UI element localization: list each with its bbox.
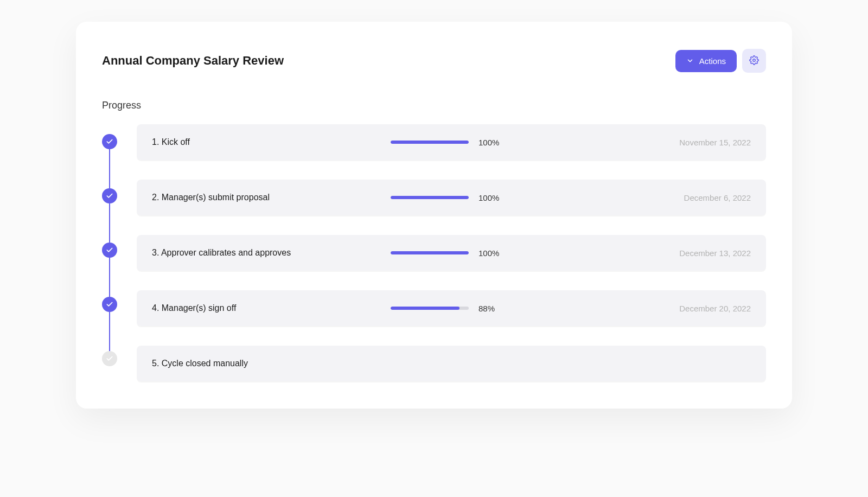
step-date: December 6, 2022: [684, 193, 751, 202]
timeline-dot: [102, 134, 117, 149]
header-actions: Actions: [675, 49, 766, 73]
progress-percent: 100%: [478, 193, 499, 202]
page-title: Annual Company Salary Review: [102, 54, 284, 68]
progress-fill: [391, 307, 459, 310]
timeline-connector: [109, 203, 110, 243]
step-label: 3. Approver calibrates and approves: [152, 248, 391, 258]
progress-percent: 100%: [478, 138, 499, 147]
check-icon: [106, 355, 113, 362]
progress-fill: [391, 141, 469, 144]
chevron-down-icon: [686, 57, 694, 65]
timeline-dot: [102, 297, 117, 312]
progress-section: 100%: [391, 138, 532, 147]
timeline-connector: [109, 258, 110, 297]
step-label: 4. Manager(s) sign off: [152, 303, 391, 313]
progress-list: 1. Kick off100%November 15, 20222. Manag…: [102, 124, 766, 381]
progress-section: 100%: [391, 193, 532, 202]
step-row[interactable]: 2. Manager(s) submit proposal100%Decembe…: [137, 180, 766, 215]
check-icon: [106, 301, 113, 308]
section-title: Progress: [102, 100, 766, 111]
check-icon: [106, 192, 113, 200]
gear-icon: [749, 55, 759, 67]
progress-fill: [391, 251, 469, 254]
step-date: December 13, 2022: [679, 248, 751, 258]
svg-point-0: [753, 59, 756, 61]
actions-button[interactable]: Actions: [675, 50, 737, 72]
check-icon: [106, 246, 113, 254]
step-date: November 15, 2022: [679, 138, 751, 147]
steps-container: 1. Kick off100%November 15, 20222. Manag…: [137, 124, 766, 381]
step-row[interactable]: 5. Cycle closed manually: [137, 346, 766, 381]
step-date: December 20, 2022: [679, 304, 751, 313]
step-row[interactable]: 4. Manager(s) sign off88%December 20, 20…: [137, 290, 766, 326]
timeline-dot: [102, 351, 117, 366]
progress-bar: [391, 141, 469, 144]
timeline-connector: [109, 149, 110, 188]
timeline-dot: [102, 243, 117, 258]
timeline-dot: [102, 188, 117, 203]
progress-percent: 100%: [478, 248, 499, 258]
progress-bar: [391, 196, 469, 199]
settings-button[interactable]: [742, 49, 766, 73]
progress-section: 88%: [391, 304, 532, 313]
progress-bar: [391, 251, 469, 254]
step-row[interactable]: 3. Approver calibrates and approves100%D…: [137, 235, 766, 271]
actions-button-label: Actions: [699, 56, 726, 66]
timeline: [102, 124, 117, 381]
progress-percent: 88%: [478, 304, 495, 313]
progress-fill: [391, 196, 469, 199]
step-label: 5. Cycle closed manually: [152, 359, 391, 368]
card-header: Annual Company Salary Review Actions: [102, 49, 766, 73]
progress-section: 100%: [391, 248, 532, 258]
progress-bar: [391, 307, 469, 310]
step-row[interactable]: 1. Kick off100%November 15, 2022: [137, 124, 766, 160]
check-icon: [106, 138, 113, 145]
timeline-connector: [109, 312, 110, 351]
step-label: 1. Kick off: [152, 137, 391, 147]
salary-review-card: Annual Company Salary Review Actions Pro…: [76, 22, 792, 409]
step-label: 2. Manager(s) submit proposal: [152, 193, 391, 202]
